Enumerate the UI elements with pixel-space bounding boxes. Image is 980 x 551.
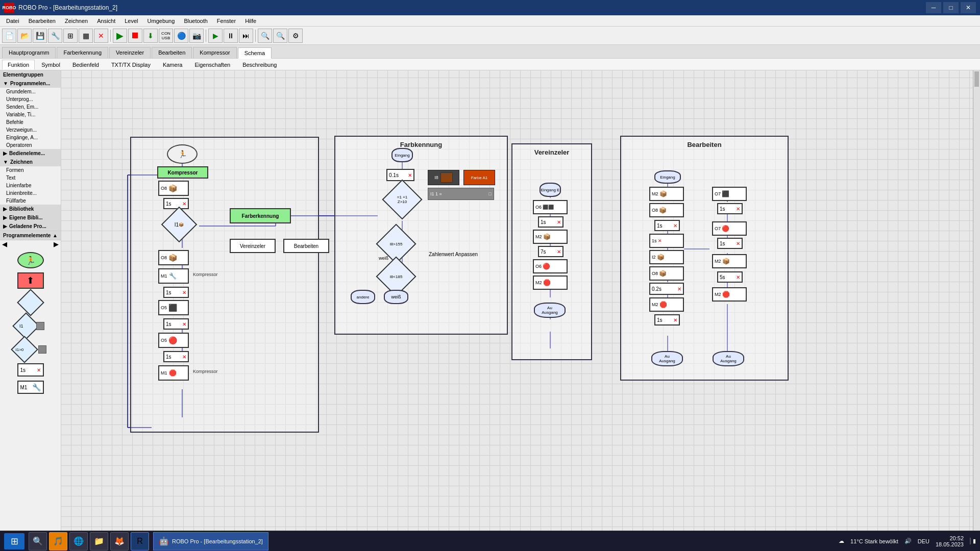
b-ausgang-left[interactable]: AuAusgang [651, 351, 683, 366]
pe-i1gt0[interactable]: I1>0 [15, 340, 46, 359]
geladene-header[interactable]: ▶Geladene Pro... [0, 222, 61, 231]
k-timer-2[interactable]: 1s✕ [163, 287, 189, 298]
taskbar-vlc[interactable]: 🎵 [49, 532, 67, 550]
minimize-button[interactable]: ─ [926, 2, 941, 13]
menu-level[interactable]: Level [120, 17, 142, 25]
download-button[interactable]: ⬇ [143, 29, 158, 43]
canvas-area[interactable]: 🏃 Kompressor O8📦 1s✕ I1 📦 O8📦 M1🔧 Kompre… [61, 70, 980, 547]
close-button[interactable]: ✕ [961, 2, 976, 13]
toolbar-btn4[interactable]: 🔧 [48, 29, 62, 43]
scroll-left[interactable]: ◀ [2, 240, 7, 248]
fk-andere-terminal[interactable]: andere [351, 290, 375, 304]
item-formen[interactable]: Formen [0, 166, 61, 174]
stop-run-button[interactable]: ⏹ [128, 29, 142, 43]
start-button[interactable]: ⊞ [4, 533, 24, 549]
menu-hilfe[interactable]: Hilfe [241, 17, 260, 25]
bluetooth-btn[interactable]: 🔵 [174, 29, 188, 43]
k-timer-3[interactable]: 1s✕ [163, 318, 189, 330]
menu-datei[interactable]: Datei [2, 17, 23, 25]
k-o5-1-block[interactable]: O5⬛ [158, 300, 189, 315]
run-button[interactable]: ▶ [113, 29, 127, 43]
tab-vereinzeler[interactable]: Vereinzeler [109, 47, 151, 58]
pe-i1[interactable]: I1 [16, 316, 44, 336]
fk-i8-sensor[interactable]: I8 [428, 170, 459, 185]
taskbar-explorer[interactable]: 📁 [90, 532, 108, 550]
toolbar-btn6[interactable]: ▦ [79, 29, 93, 43]
bedienelement-header[interactable]: ▶Bedieneleme... [0, 149, 61, 158]
menu-zeichnen[interactable]: Zeichnen [61, 17, 92, 25]
item-verzweigun[interactable]: Verzweigun... [0, 126, 61, 134]
k-bearbeiten-box[interactable]: Bearbeiten [283, 239, 329, 253]
tab-farberkennung[interactable]: Farberkennung [57, 47, 108, 58]
camera-btn[interactable]: 📷 [189, 29, 204, 43]
item-text[interactable]: Text [0, 174, 61, 182]
b-i2[interactable]: I2📦 [649, 250, 684, 264]
taskbar-show-desktop[interactable]: ▮ [970, 538, 976, 544]
menu-bluetooth[interactable]: Bluetooth [180, 17, 211, 25]
programmelen-header[interactable]: ▼Programmelen... [0, 79, 61, 88]
subtab-kamera[interactable]: Kamera [157, 60, 188, 70]
pe-m1[interactable]: M1🔧 [17, 381, 44, 394]
k-kompressor-block[interactable]: Kompressor [157, 166, 208, 179]
fk-timer-01s[interactable]: 0.1s✕ [386, 169, 414, 181]
item-befehle[interactable]: Befehle [0, 118, 61, 126]
k-m1-2-block[interactable]: M1🛑 [158, 365, 189, 381]
k-o8-1-block[interactable]: O8📦 [158, 181, 189, 196]
title-bar-controls[interactable]: ─ □ ✕ [926, 2, 976, 13]
subtab-txttxdisplay[interactable]: TXT/TX Display [106, 60, 156, 70]
v-ausgang[interactable]: AuAusgang [534, 303, 566, 318]
pe-start[interactable]: 🏃 [17, 252, 44, 268]
v-m2[interactable]: M2📦 [533, 230, 568, 244]
subtab-funktion[interactable]: Funktion [2, 60, 35, 70]
pause-btn[interactable]: ⏸ [224, 29, 238, 43]
subtab-eigenschaften[interactable]: Eigenschaften [189, 60, 236, 70]
v-timer-1[interactable]: 1s✕ [538, 216, 564, 228]
item-operatoren[interactable]: Operatoren [0, 141, 61, 149]
k-m1-block[interactable]: M1🔧 [158, 268, 189, 284]
k-vereinzeler-box[interactable]: Vereinzeler [230, 239, 276, 253]
new-button[interactable]: 📄 [2, 29, 16, 43]
b-timer-02s[interactable]: 0.2s✕ [649, 283, 684, 295]
eigene-header[interactable]: ▶Eigene Bibli... [0, 213, 61, 222]
b-timer-5s[interactable]: 5s✕ [717, 271, 743, 283]
item-linienfarbe[interactable]: Linienfarbe [0, 182, 61, 189]
open-button[interactable]: 📂 [17, 29, 32, 43]
v-o6-1[interactable]: O6⬛⬛ [533, 200, 568, 214]
menu-bearbeiten[interactable]: Bearbeiten [24, 17, 60, 25]
b-timer-1s-1[interactable]: 1s✕ [654, 220, 680, 231]
v-o6-2[interactable]: O6🔴 [533, 259, 568, 273]
b-o7-1[interactable]: O7⬛ [712, 187, 747, 201]
b-o7-2[interactable]: O7🔴 [712, 221, 747, 236]
maximize-button[interactable]: □ [943, 2, 959, 13]
zoom-in-btn[interactable]: 🔍 [258, 29, 272, 43]
pe-arrow[interactable]: ⬆ [17, 272, 44, 289]
fk-i1-display[interactable]: I1 1 = □ [428, 188, 494, 200]
item-eingange[interactable]: Eingänge, A... [0, 134, 61, 141]
b-eingang[interactable]: Eingang [654, 170, 681, 184]
step-btn[interactable]: ⏭ [239, 29, 253, 43]
b-m2-r[interactable]: M2📦 [712, 254, 747, 268]
fk-farbe-display[interactable]: Farbe A1 [463, 170, 495, 185]
tab-kompressor[interactable]: Kompressor [193, 47, 236, 58]
elementgruppen-header[interactable]: Elementgruppen [0, 70, 61, 79]
canvas-scroll[interactable]: 🏃 Kompressor O8📦 1s✕ I1 📦 O8📦 M1🔧 Kompre… [61, 70, 980, 547]
b-m2-1[interactable]: M2📦 [649, 187, 684, 201]
v-eingang[interactable]: Eingang E [540, 183, 561, 197]
pe-diamond[interactable] [21, 293, 40, 312]
v-m2-stop[interactable]: M2🛑 [533, 276, 568, 290]
b-o8-2[interactable]: O8📦 [649, 266, 684, 281]
com-button[interactable]: CONUSB [159, 29, 173, 43]
menu-umgebung[interactable]: Umgebung [143, 17, 179, 25]
k-farberkennung-box[interactable]: Farberkennung [230, 208, 291, 223]
vertical-scrollbar[interactable] [973, 70, 980, 540]
subtab-symbol[interactable]: Symbol [36, 60, 66, 70]
fk-eingang[interactable]: Eingang [391, 148, 413, 162]
item-grundelem[interactable]: Grundelem... [0, 88, 61, 95]
tab-bearbeiten[interactable]: Bearbeiten [152, 47, 192, 58]
b-timer-1s-r2[interactable]: 1s✕ [717, 238, 743, 249]
taskbar-search[interactable]: 🔍 [29, 532, 47, 550]
subtab-bedienfeld[interactable]: Bedienfeld [67, 60, 105, 70]
item-senden[interactable]: Senden, Em... [0, 103, 61, 111]
save-button[interactable]: 💾 [33, 29, 47, 43]
item-fullfarbe[interactable]: Füllfarbe [0, 197, 61, 205]
